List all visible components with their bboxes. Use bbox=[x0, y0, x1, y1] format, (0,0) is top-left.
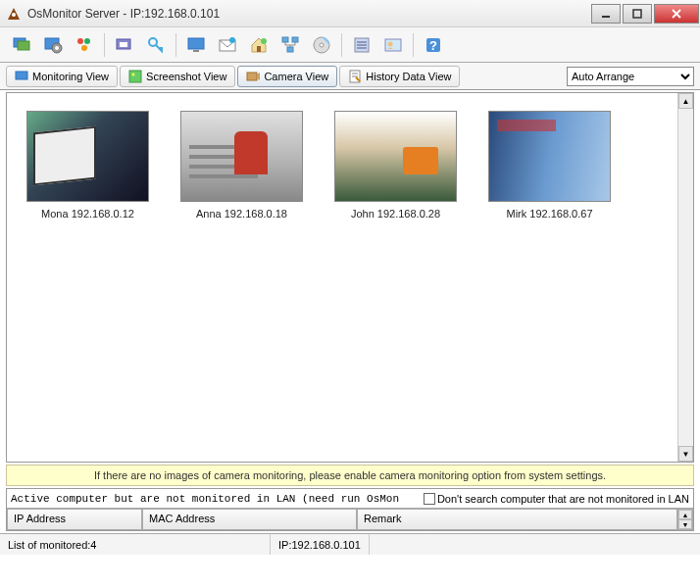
network-icon[interactable] bbox=[276, 31, 304, 59]
help-icon[interactable]: ? bbox=[420, 31, 447, 59]
app-icon bbox=[6, 6, 22, 22]
settings-icon[interactable] bbox=[39, 31, 67, 59]
svg-text:?: ? bbox=[429, 38, 437, 53]
tab-monitoring-view[interactable]: Monitoring View bbox=[6, 66, 118, 87]
header-mac-address[interactable]: MAC Address bbox=[142, 509, 357, 530]
svg-rect-21 bbox=[292, 37, 298, 42]
main-panel: Mona 192.168.0.12 Anna 192.168.0.18 John… bbox=[6, 92, 694, 463]
svg-point-30 bbox=[388, 41, 393, 46]
key-icon[interactable] bbox=[142, 31, 170, 59]
users-icon[interactable] bbox=[71, 31, 98, 59]
display-icon[interactable] bbox=[182, 31, 210, 59]
camera-label: Mirk 192.168.0.67 bbox=[506, 208, 592, 220]
dont-search-checkbox[interactable] bbox=[424, 493, 435, 505]
camera-label: John 192.168.0.28 bbox=[351, 208, 440, 220]
bottom-status-text: Active computer but are not monitored in… bbox=[7, 493, 424, 505]
svg-rect-1 bbox=[602, 16, 610, 18]
bottom-panel: Active computer but are not monitored in… bbox=[6, 488, 694, 531]
vertical-scrollbar[interactable]: ▲ ▼ bbox=[677, 93, 693, 462]
svg-point-13 bbox=[149, 38, 157, 46]
camera-small-icon bbox=[246, 70, 260, 83]
camera-item[interactable]: Anna 192.168.0.18 bbox=[180, 111, 303, 220]
svg-point-17 bbox=[229, 37, 235, 43]
monitor-small-icon bbox=[15, 70, 28, 83]
tab-label: Camera View bbox=[264, 71, 328, 82]
svg-rect-18 bbox=[257, 46, 261, 52]
camera-label: Mona 192.168.0.12 bbox=[41, 208, 134, 220]
svg-point-35 bbox=[132, 73, 135, 75]
status-ip: IP:192.168.0.101 bbox=[271, 534, 370, 555]
user-card-icon[interactable] bbox=[379, 31, 407, 59]
svg-point-7 bbox=[55, 46, 59, 50]
maximize-button[interactable] bbox=[623, 4, 652, 24]
scroll-up-small[interactable]: ▲ bbox=[678, 510, 692, 519]
svg-point-19 bbox=[261, 38, 267, 44]
camera-thumbnail[interactable] bbox=[26, 111, 149, 202]
mail-icon[interactable] bbox=[214, 31, 241, 59]
status-monitored-count: List of monitored:4 bbox=[0, 534, 271, 555]
camera-thumbnail[interactable] bbox=[180, 111, 303, 202]
svg-point-24 bbox=[320, 43, 324, 47]
minimize-button[interactable] bbox=[591, 4, 621, 24]
svg-rect-2 bbox=[633, 10, 641, 18]
main-toolbar: ? bbox=[0, 27, 700, 63]
camera-label: Anna 192.168.0.18 bbox=[196, 208, 287, 220]
tab-camera-view[interactable]: Camera View bbox=[237, 66, 337, 87]
header-ip-address[interactable]: IP Address bbox=[7, 509, 142, 530]
svg-rect-20 bbox=[282, 37, 288, 42]
info-message-text: If there are no images of camera monitor… bbox=[94, 469, 606, 481]
arrange-dropdown[interactable]: Auto Arrange bbox=[567, 67, 694, 86]
scroll-up-button[interactable]: ▲ bbox=[678, 93, 693, 109]
svg-rect-36 bbox=[247, 73, 257, 80]
close-button[interactable] bbox=[654, 4, 699, 24]
bottom-table-headers: IP Address MAC Address Remark ▲ ▼ bbox=[7, 509, 693, 530]
svg-rect-34 bbox=[129, 71, 141, 82]
svg-rect-15 bbox=[193, 50, 199, 52]
image-small-icon bbox=[128, 70, 142, 83]
svg-point-0 bbox=[12, 13, 16, 17]
screenshot-icon[interactable] bbox=[111, 31, 138, 59]
svg-rect-12 bbox=[120, 42, 127, 47]
toolbar-separator bbox=[175, 33, 176, 57]
home-icon[interactable] bbox=[245, 31, 273, 59]
svg-point-10 bbox=[81, 45, 87, 51]
bottom-status-row: Active computer but are not monitored in… bbox=[7, 489, 693, 509]
svg-rect-22 bbox=[287, 47, 293, 52]
status-bar: List of monitored:4 IP:192.168.0.101 bbox=[0, 533, 700, 555]
svg-rect-14 bbox=[188, 38, 204, 49]
header-remark[interactable]: Remark bbox=[357, 509, 677, 530]
tab-screenshot-view[interactable]: Screenshot View bbox=[120, 66, 235, 87]
camera-grid-area[interactable]: Mona 192.168.0.12 Anna 192.168.0.18 John… bbox=[7, 93, 677, 462]
tab-label: Monitoring View bbox=[32, 71, 109, 82]
list-icon[interactable] bbox=[348, 31, 375, 59]
window-controls bbox=[590, 4, 700, 24]
svg-rect-4 bbox=[18, 41, 29, 50]
document-small-icon bbox=[348, 70, 362, 83]
svg-rect-33 bbox=[16, 72, 27, 79]
toolbar-separator bbox=[413, 33, 414, 57]
camera-item[interactable]: Mirk 192.168.0.67 bbox=[488, 111, 611, 220]
disc-icon[interactable] bbox=[308, 31, 335, 59]
table-scroll-buttons: ▲ ▼ bbox=[677, 509, 693, 530]
camera-item[interactable]: Mona 192.168.0.12 bbox=[26, 111, 149, 220]
view-tabs-bar: Monitoring View Screenshot View Camera V… bbox=[0, 63, 700, 90]
tab-label: Screenshot View bbox=[146, 71, 226, 82]
camera-item[interactable]: John 192.168.0.28 bbox=[334, 111, 457, 220]
camera-thumbnail[interactable] bbox=[488, 111, 611, 202]
dont-search-label: Don't search computer that are not monit… bbox=[437, 493, 693, 505]
tab-history-view[interactable]: History Data View bbox=[339, 66, 460, 87]
svg-point-8 bbox=[77, 38, 83, 44]
svg-rect-29 bbox=[385, 39, 401, 51]
tab-label: History Data View bbox=[366, 71, 451, 82]
toolbar-separator bbox=[104, 33, 105, 57]
scroll-down-button[interactable]: ▼ bbox=[678, 446, 693, 462]
camera-thumbnail[interactable] bbox=[334, 111, 457, 202]
scroll-down-small[interactable]: ▼ bbox=[678, 519, 692, 529]
monitor-icon[interactable] bbox=[8, 31, 35, 59]
title-bar: OsMonitor Server - IP:192.168.0.101 bbox=[0, 0, 700, 27]
svg-point-9 bbox=[84, 38, 90, 44]
toolbar-separator bbox=[341, 33, 342, 57]
window-title: OsMonitor Server - IP:192.168.0.101 bbox=[27, 7, 590, 21]
info-message-bar: If there are no images of camera monitor… bbox=[6, 465, 694, 486]
